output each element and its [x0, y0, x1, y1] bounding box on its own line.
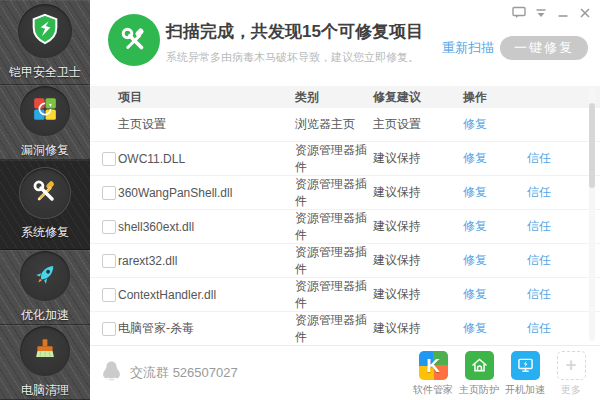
item-name: rarext32.dll — [90, 254, 295, 268]
item-category: 资源管理器插件 — [295, 210, 373, 244]
feedback-icon[interactable] — [511, 6, 526, 19]
shield-icon — [28, 12, 62, 49]
footer-shortcuts: K 软件管家 主页防护 — [410, 351, 594, 397]
table-header: 项目 类别 修复建议 操作 — [90, 86, 600, 108]
table-row: 360WangPanShell.dll 资源管理器插件 建议保持 修复 信任 — [90, 176, 600, 210]
col-suggestion: 修复建议 — [373, 89, 463, 106]
boot-speed-icon — [511, 351, 540, 380]
k-app-icon: K — [419, 351, 448, 380]
item-suggestion: 主页设置 — [373, 116, 463, 133]
scan-title: 扫描完成，共发现15个可修复项目 — [166, 20, 423, 43]
fix-link[interactable]: 修复 — [463, 286, 487, 303]
table-row: shell360ext.dll 资源管理器插件 建议保持 修复 信任 — [90, 210, 600, 244]
brush-icon — [32, 337, 58, 366]
window-controls — [511, 6, 592, 19]
col-action: 操作 — [463, 89, 487, 106]
fix-link[interactable]: 修复 — [463, 150, 487, 167]
close-icon[interactable] — [577, 6, 592, 19]
scrollbar-thumb[interactable] — [589, 103, 595, 188]
group-number: 526507027 — [173, 365, 238, 380]
sidebar-item-optimize-speedup[interactable]: 优化加速 — [0, 250, 90, 325]
item-name: 主页设置 — [90, 116, 295, 133]
rocket-icon — [32, 261, 59, 291]
item-suggestion: 建议保持 — [373, 286, 463, 303]
trust-link[interactable]: 信任 — [527, 184, 551, 201]
group-label: 交流群 — [130, 365, 169, 380]
fix-link[interactable]: 修复 — [463, 116, 487, 133]
fix-link[interactable]: 修复 — [463, 252, 487, 269]
row-checkbox[interactable] — [102, 152, 116, 166]
item-category: 浏览器主页 — [295, 116, 373, 133]
item-name: ContextHandler.dll — [90, 288, 295, 302]
item-name: shell360ext.dll — [90, 220, 295, 234]
shortcut-software-manager[interactable]: K 软件管家 — [410, 351, 456, 397]
fix-link[interactable]: 修复 — [463, 218, 487, 235]
trust-link[interactable]: 信任 — [527, 150, 551, 167]
trust-link[interactable]: 信任 — [527, 218, 551, 235]
fix-link[interactable]: 修复 — [463, 320, 487, 337]
table-row: rarext32.dll 资源管理器插件 建议保持 修复 信任 — [90, 244, 600, 278]
trust-link[interactable]: 信任 — [527, 320, 551, 337]
table-row: OWC11.DLL 资源管理器插件 建议保持 修复 信任 — [90, 142, 600, 176]
item-category: 资源管理器插件 — [295, 176, 373, 210]
row-checkbox[interactable] — [102, 288, 116, 302]
app-name: 铠甲安全卫士 — [9, 64, 81, 81]
table-row: 电脑管家-杀毒 资源管理器插件 建议保持 修复 信任 — [90, 312, 600, 346]
item-category: 资源管理器插件 — [295, 142, 373, 176]
row-checkbox[interactable] — [102, 254, 116, 268]
table-row: ContextHandler.dll 资源管理器插件 建议保持 修复 信任 — [90, 278, 600, 312]
sidebar: 铠甲安全卫士 漏洞修复 — [0, 0, 90, 400]
shortcut-more[interactable]: + 更多 — [548, 351, 594, 397]
item-suggestion: 建议保持 — [373, 184, 463, 201]
col-category: 类别 — [295, 89, 373, 106]
item-category: 资源管理器插件 — [295, 278, 373, 312]
shortcut-boot-speedup[interactable]: 开机加速 — [502, 351, 548, 397]
item-name: OWC11.DLL — [90, 152, 295, 166]
trust-link[interactable]: 信任 — [527, 252, 551, 269]
more-plus-icon: + — [557, 351, 586, 380]
row-checkbox[interactable] — [102, 220, 116, 234]
table-row: 主页设置 浏览器主页 主页设置 修复 — [90, 108, 600, 142]
table-body: 主页设置 浏览器主页 主页设置 修复 OWC11.DLL 资源管理器插件 建议保… — [90, 108, 600, 346]
sidebar-item-pc-cleanup[interactable]: 电脑清理 — [0, 325, 90, 400]
app-logo: 铠甲安全卫士 — [0, 0, 90, 85]
item-suggestion: 建议保持 — [373, 218, 463, 235]
footer-bar: 交流群 526507027 K 软件管家 主页防护 — [90, 345, 600, 400]
trust-link[interactable]: 信任 — [527, 286, 551, 303]
sidebar-item-vulnerability-repair[interactable]: 漏洞修复 — [0, 85, 90, 160]
item-category: 资源管理器插件 — [295, 312, 373, 346]
qq-penguin-icon — [101, 360, 122, 385]
menu-dropdown-icon[interactable] — [533, 6, 548, 19]
rescan-link[interactable]: 重新扫描 — [442, 39, 494, 57]
sidebar-item-system-repair[interactable]: 系统修复 — [0, 160, 90, 250]
windows-update-icon — [32, 96, 58, 125]
item-category: 资源管理器插件 — [295, 244, 373, 278]
item-name: 360WangPanShell.dll — [90, 186, 295, 200]
item-name: 电脑管家-杀毒 — [90, 320, 295, 337]
item-suggestion: 建议保持 — [373, 150, 463, 167]
item-suggestion: 建议保持 — [373, 252, 463, 269]
home-shield-icon — [465, 351, 494, 380]
minimize-icon[interactable] — [555, 6, 570, 19]
shortcut-homepage-protection[interactable]: 主页防护 — [456, 351, 502, 397]
item-suggestion: 建议保持 — [373, 320, 463, 337]
qq-group: 交流群 526507027 — [101, 360, 238, 385]
row-checkbox[interactable] — [102, 186, 116, 200]
tools-icon — [31, 178, 59, 209]
col-item: 项目 — [90, 89, 295, 106]
scan-tools-icon — [108, 14, 160, 66]
fix-link[interactable]: 修复 — [463, 184, 487, 201]
row-checkbox[interactable] — [102, 322, 116, 336]
main-panel: 扫描完成，共发现15个可修复项目 系统异常多由病毒木马破坏导致，建议您立即修复。… — [90, 0, 600, 400]
app-logo-circle — [17, 3, 73, 59]
scan-subtitle: 系统异常多由病毒木马破坏导致，建议您立即修复。 — [166, 50, 419, 65]
fix-all-button[interactable]: 一键修复 — [500, 36, 588, 60]
